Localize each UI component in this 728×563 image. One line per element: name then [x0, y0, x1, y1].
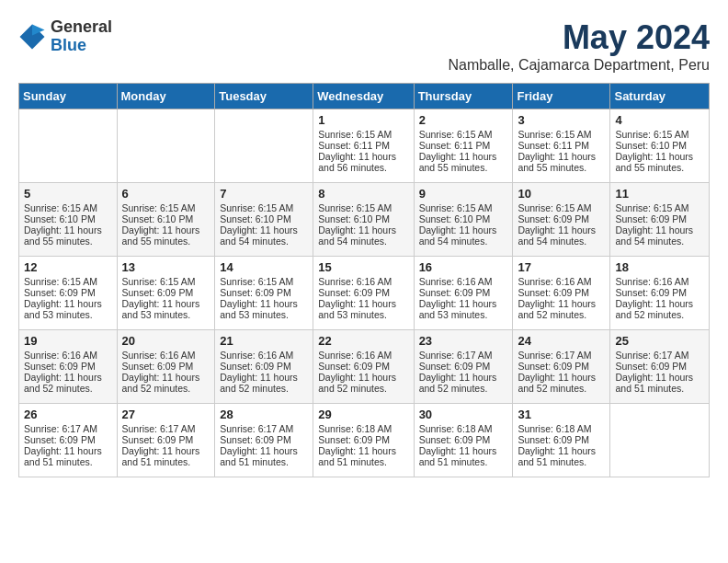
calendar-day-cell: 20 Sunrise: 6:16 AM Sunset: 6:09 PM Dayl…	[117, 330, 215, 404]
calendar-day-cell: 13 Sunrise: 6:15 AM Sunset: 6:09 PM Dayl…	[117, 257, 215, 330]
sunset-text: Sunset: 6:09 PM	[220, 287, 291, 298]
sunrise-text: Sunrise: 6:18 AM	[419, 423, 493, 434]
month-title: May 2024	[448, 18, 710, 57]
logo-icon	[18, 23, 46, 51]
calendar-day-cell: 14 Sunrise: 6:15 AM Sunset: 6:09 PM Dayl…	[215, 257, 313, 330]
daylight-text: Daylight: 11 hours and 53 minutes.	[122, 298, 200, 320]
day-number: 1	[318, 113, 408, 127]
day-number: 6	[122, 187, 210, 201]
day-number: 5	[24, 187, 112, 201]
day-number: 3	[518, 113, 605, 127]
sunrise-text: Sunrise: 6:17 AM	[220, 423, 293, 434]
daylight-text: Daylight: 11 hours and 51 minutes.	[24, 445, 102, 467]
sunrise-text: Sunrise: 6:16 AM	[318, 276, 392, 287]
location-title: Namballe, Cajamarca Department, Peru	[448, 57, 710, 74]
daylight-text: Daylight: 11 hours and 56 minutes.	[318, 151, 396, 173]
sunset-text: Sunset: 6:09 PM	[615, 287, 687, 298]
sunrise-text: Sunrise: 6:15 AM	[220, 202, 293, 213]
calendar-day-cell: 30 Sunrise: 6:18 AM Sunset: 6:09 PM Dayl…	[414, 404, 513, 477]
sunrise-text: Sunrise: 6:16 AM	[24, 350, 97, 361]
sunrise-text: Sunrise: 6:18 AM	[318, 423, 392, 434]
sunset-text: Sunset: 6:09 PM	[419, 287, 491, 298]
day-number: 27	[122, 408, 210, 421]
calendar-day-cell: 3 Sunrise: 6:15 AM Sunset: 6:11 PM Dayli…	[513, 109, 610, 183]
calendar-day-cell: 19 Sunrise: 6:16 AM Sunset: 6:09 PM Dayl…	[19, 330, 118, 404]
daylight-text: Daylight: 11 hours and 52 minutes.	[518, 372, 596, 394]
daylight-text: Daylight: 11 hours and 51 minutes.	[419, 445, 497, 467]
calendar-day-cell	[19, 109, 118, 183]
day-number: 4	[615, 113, 704, 127]
sunset-text: Sunset: 6:09 PM	[24, 287, 96, 298]
calendar-week-row: 12 Sunrise: 6:15 AM Sunset: 6:09 PM Dayl…	[19, 257, 710, 330]
sunset-text: Sunset: 6:10 PM	[220, 213, 291, 224]
logo-text: General Blue	[51, 18, 112, 55]
day-number: 11	[615, 187, 704, 201]
daylight-text: Daylight: 11 hours and 52 minutes.	[518, 298, 596, 320]
day-number: 2	[419, 113, 508, 127]
sunrise-text: Sunrise: 6:16 AM	[615, 276, 688, 287]
daylight-text: Daylight: 11 hours and 55 minutes.	[615, 151, 693, 173]
sunrise-text: Sunrise: 6:15 AM	[122, 276, 196, 287]
daylight-text: Daylight: 11 hours and 53 minutes.	[24, 298, 102, 320]
daylight-text: Daylight: 11 hours and 52 minutes.	[220, 372, 298, 394]
logo: General Blue	[18, 18, 112, 55]
sunrise-text: Sunrise: 6:15 AM	[419, 202, 493, 213]
sunset-text: Sunset: 6:09 PM	[24, 361, 96, 372]
day-number: 21	[220, 334, 308, 348]
daylight-text: Daylight: 11 hours and 54 minutes.	[220, 224, 298, 247]
calendar-day-cell	[215, 109, 313, 183]
daylight-text: Daylight: 11 hours and 55 minutes.	[419, 151, 497, 173]
day-number: 8	[318, 187, 408, 201]
weekday-header-cell: Sunday	[19, 84, 118, 109]
day-number: 12	[24, 260, 112, 274]
daylight-text: Daylight: 11 hours and 52 minutes.	[318, 372, 396, 394]
sunrise-text: Sunrise: 6:15 AM	[318, 202, 392, 213]
sunset-text: Sunset: 6:09 PM	[122, 434, 194, 445]
calendar-day-cell: 4 Sunrise: 6:15 AM Sunset: 6:10 PM Dayli…	[610, 109, 710, 183]
weekday-header-cell: Tuesday	[215, 84, 313, 109]
calendar-day-cell: 26 Sunrise: 6:17 AM Sunset: 6:09 PM Dayl…	[19, 404, 118, 477]
sunrise-text: Sunrise: 6:17 AM	[615, 350, 688, 361]
sunset-text: Sunset: 6:10 PM	[24, 213, 96, 224]
weekday-header-cell: Friday	[513, 84, 610, 109]
daylight-text: Daylight: 11 hours and 51 minutes.	[518, 445, 596, 467]
sunset-text: Sunset: 6:09 PM	[615, 361, 687, 372]
calendar-day-cell: 23 Sunrise: 6:17 AM Sunset: 6:09 PM Dayl…	[414, 330, 513, 404]
daylight-text: Daylight: 11 hours and 53 minutes.	[419, 298, 497, 320]
sunset-text: Sunset: 6:09 PM	[518, 213, 589, 224]
calendar-day-cell: 11 Sunrise: 6:15 AM Sunset: 6:09 PM Dayl…	[610, 183, 710, 257]
sunset-text: Sunset: 6:09 PM	[518, 434, 589, 445]
sunset-text: Sunset: 6:09 PM	[24, 434, 96, 445]
calendar-day-cell: 22 Sunrise: 6:16 AM Sunset: 6:09 PM Dayl…	[313, 330, 414, 404]
daylight-text: Daylight: 11 hours and 51 minutes.	[318, 445, 396, 467]
daylight-text: Daylight: 11 hours and 55 minutes.	[518, 151, 596, 173]
weekday-header-cell: Monday	[117, 84, 215, 109]
day-number: 24	[518, 334, 605, 348]
sunrise-text: Sunrise: 6:16 AM	[318, 350, 392, 361]
daylight-text: Daylight: 11 hours and 54 minutes.	[318, 224, 396, 247]
weekday-header-cell: Thursday	[414, 84, 513, 109]
daylight-text: Daylight: 11 hours and 53 minutes.	[318, 298, 396, 320]
day-number: 28	[220, 408, 308, 421]
sunset-text: Sunset: 6:10 PM	[419, 213, 491, 224]
daylight-text: Daylight: 11 hours and 54 minutes.	[518, 224, 596, 247]
sunset-text: Sunset: 6:11 PM	[518, 140, 589, 151]
header: General Blue May 2024 Namballe, Cajamarc…	[18, 18, 710, 74]
sunset-text: Sunset: 6:09 PM	[518, 361, 589, 372]
sunset-text: Sunset: 6:09 PM	[220, 434, 291, 445]
calendar-day-cell: 10 Sunrise: 6:15 AM Sunset: 6:09 PM Dayl…	[513, 183, 610, 257]
logo-blue-text: Blue	[51, 37, 112, 55]
calendar-day-cell: 12 Sunrise: 6:15 AM Sunset: 6:09 PM Dayl…	[19, 257, 118, 330]
calendar-day-cell: 28 Sunrise: 6:17 AM Sunset: 6:09 PM Dayl…	[215, 404, 313, 477]
calendar-day-cell: 18 Sunrise: 6:16 AM Sunset: 6:09 PM Dayl…	[610, 257, 710, 330]
title-area: May 2024 Namballe, Cajamarca Department,…	[448, 18, 710, 74]
sunrise-text: Sunrise: 6:15 AM	[220, 276, 293, 287]
sunrise-text: Sunrise: 6:18 AM	[518, 423, 591, 434]
sunrise-text: Sunrise: 6:15 AM	[518, 129, 591, 140]
calendar-day-cell: 27 Sunrise: 6:17 AM Sunset: 6:09 PM Dayl…	[117, 404, 215, 477]
daylight-text: Daylight: 11 hours and 53 minutes.	[220, 298, 298, 320]
sunrise-text: Sunrise: 6:16 AM	[220, 350, 293, 361]
calendar-day-cell: 25 Sunrise: 6:17 AM Sunset: 6:09 PM Dayl…	[610, 330, 710, 404]
daylight-text: Daylight: 11 hours and 51 minutes.	[615, 372, 693, 394]
weekday-header-cell: Wednesday	[313, 84, 414, 109]
